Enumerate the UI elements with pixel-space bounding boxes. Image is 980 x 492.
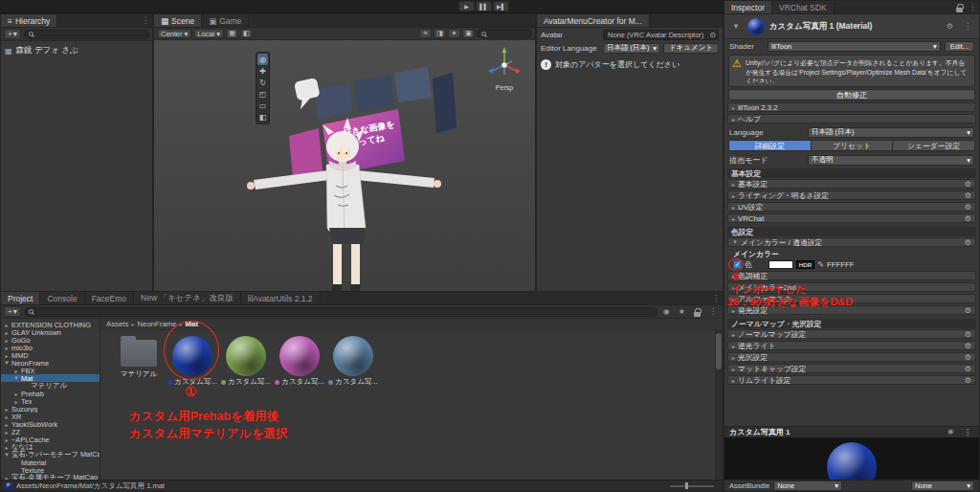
chevron-right-icon[interactable]: ▸ bbox=[4, 322, 10, 328]
gear-icon[interactable]: ⚙ bbox=[965, 191, 971, 200]
chevron-right-icon[interactable]: ▸ bbox=[4, 421, 10, 428]
tab-faceemo[interactable]: FaceEmo bbox=[85, 292, 134, 304]
asset-material-custom-pink[interactable]: カスタム写... bbox=[275, 332, 324, 387]
view-tool-icon[interactable]: ◎ bbox=[257, 54, 268, 65]
gear-icon[interactable]: ⚙ bbox=[965, 376, 971, 385]
chevron-right-icon[interactable]: ▸ bbox=[4, 352, 10, 359]
vertical-scrollbar[interactable] bbox=[715, 330, 723, 480]
tree-item[interactable]: ▸GoGo bbox=[1, 336, 100, 344]
object-picker-icon[interactable]: ⊙ bbox=[710, 31, 716, 39]
rect-tool-icon[interactable]: ▭ bbox=[257, 100, 268, 111]
foldout-help[interactable]: ▸ ヘルプ bbox=[727, 114, 976, 123]
create-object-button[interactable]: + ▾ bbox=[4, 29, 21, 39]
asset-material-custom-steel[interactable]: カスタム写... bbox=[328, 332, 378, 387]
chevron-right-icon[interactable]: ▸ bbox=[13, 368, 19, 374]
tree-item[interactable]: ▼NeonFrame bbox=[1, 359, 100, 367]
tree-item[interactable]: ▸YaokiSubWork bbox=[1, 420, 100, 428]
gear-icon[interactable]: ⚙ bbox=[965, 203, 971, 212]
language-dropdown[interactable]: 日本語 (日本) ▾ bbox=[808, 127, 974, 138]
foldout-rimlight[interactable]: ▸ リムライト設定 ⚙ bbox=[727, 375, 976, 385]
gear-icon[interactable]: ⚙ bbox=[965, 306, 971, 315]
foldout-matcap[interactable]: ▸ マットキャップ設定 ⚙ bbox=[727, 364, 976, 373]
material-preview-area[interactable] bbox=[724, 437, 979, 480]
project-search-input[interactable] bbox=[24, 307, 657, 317]
editor-language-dropdown[interactable]: 日本語 (日本) ▾ bbox=[603, 43, 660, 54]
transform-tool-icon[interactable]: ◧ bbox=[257, 111, 268, 123]
foldout-main-color[interactable]: ▼ メインカラー / 透過設定 ⚙ bbox=[727, 237, 976, 247]
orientation-gizmo[interactable]: Persp bbox=[488, 47, 521, 92]
color-swatch[interactable] bbox=[768, 260, 793, 269]
chevron-right-icon[interactable]: ▸ bbox=[4, 337, 10, 344]
move-tool-icon[interactable]: ✚ bbox=[257, 65, 268, 77]
snap-toggle-icon[interactable]: ◧ bbox=[240, 29, 253, 38]
tree-item[interactable]: ▸XR bbox=[1, 413, 100, 420]
breadcrumb-neonframe[interactable]: NeonFrame bbox=[137, 320, 176, 328]
eye-icon[interactable]: ◉ bbox=[660, 307, 673, 316]
tree-item[interactable]: ▸EXTENSION CLOTHING bbox=[1, 321, 100, 328]
tree-item[interactable]: ▸ZZ bbox=[1, 428, 100, 436]
tree-item[interactable]: ▼宝石-ラバーモチーフ MatCap bbox=[1, 451, 100, 458]
eyedropper-icon[interactable]: ✎ bbox=[817, 260, 824, 269]
kebab-menu-icon[interactable]: ⋮ bbox=[709, 292, 723, 304]
scale-tool-icon[interactable]: ◰ bbox=[257, 88, 268, 100]
chevron-down-icon[interactable]: ▼ bbox=[4, 360, 10, 366]
pause-button[interactable]: ▌▌ bbox=[476, 1, 492, 11]
tree-item[interactable]: ▸MMD bbox=[1, 351, 100, 359]
documentation-button[interactable]: ドキュメント bbox=[663, 43, 719, 54]
color-enabled-checkbox[interactable]: ✓ bbox=[733, 260, 742, 269]
tab-inspector[interactable]: Inspector bbox=[724, 1, 772, 13]
tab-avatar-menu-creator[interactable]: AvatarMenuCreator for M... bbox=[537, 14, 650, 27]
tree-item[interactable]: Texture bbox=[1, 466, 100, 474]
lock-icon[interactable] bbox=[691, 307, 703, 317]
scene-audio-toggle[interactable]: ◨ bbox=[434, 29, 446, 38]
tree-item[interactable]: ▸ななは bbox=[1, 443, 100, 451]
asset-material-custom-blue[interactable]: カスタム写... bbox=[167, 332, 217, 387]
hierarchy-search-input[interactable] bbox=[24, 30, 149, 39]
tab-shader-settings[interactable]: シェーダー設定 bbox=[893, 141, 974, 150]
scene-viewport[interactable]: 好きな画像を 貼ってね bbox=[154, 40, 535, 292]
shader-dropdown[interactable]: lilToon ▾ bbox=[768, 41, 941, 52]
foldout-uv[interactable]: ▸ UV設定 ⚙ bbox=[727, 202, 976, 212]
tab-scene[interactable]: ▦ Scene bbox=[154, 14, 202, 27]
chevron-right-icon[interactable]: ▸ bbox=[4, 406, 10, 413]
hierarchy-item-scene[interactable]: ▦ 森鏡 デフォ さぶ bbox=[1, 45, 152, 56]
gear-icon[interactable]: ⚙ bbox=[965, 365, 971, 373]
foldout-main-color-2nd[interactable]: ▸ メインカラー2nd bbox=[727, 282, 976, 292]
tree-item[interactable]: Material bbox=[1, 458, 100, 466]
tree-item[interactable]: ▸FBX bbox=[1, 367, 100, 374]
autofix-button[interactable]: 自動修正 bbox=[728, 89, 975, 101]
gear-icon[interactable]: ⚙ bbox=[965, 330, 971, 339]
assetbundle-dropdown-1[interactable]: None ▾ bbox=[773, 481, 842, 491]
chevron-right-icon[interactable]: ▸ bbox=[4, 429, 10, 436]
pivot-mode-dropdown[interactable]: Center ▾ bbox=[157, 29, 191, 38]
tab-kisetene[interactable]: New 「キセテネ」改良版 bbox=[134, 292, 241, 304]
foldout-normal-map[interactable]: ▸ ノーマルマップ設定 ⚙ bbox=[727, 329, 976, 339]
kebab-menu-icon[interactable]: ⋮ bbox=[966, 1, 979, 13]
tree-item[interactable]: ▸Suzuryg bbox=[1, 405, 100, 413]
star-icon[interactable]: ★ bbox=[676, 307, 688, 316]
rotate-tool-icon[interactable]: ↻ bbox=[257, 77, 268, 88]
scene-lighting-toggle[interactable]: ☀ bbox=[419, 29, 432, 38]
gear-icon[interactable]: ⚙ bbox=[965, 214, 971, 223]
tab-lilavatarutils[interactable]: lilAvatarUtils 2.1.2 bbox=[241, 292, 321, 304]
play-button[interactable]: ▶ bbox=[458, 1, 475, 11]
foldout-backlight[interactable]: ▸ 逆光ライト ⚙ bbox=[727, 341, 976, 350]
chevron-right-icon[interactable]: ▸ bbox=[4, 329, 10, 336]
create-asset-button[interactable]: + ▾ bbox=[4, 306, 21, 317]
tab-console[interactable]: Console bbox=[40, 292, 84, 304]
gear-icon[interactable]: ⚙ bbox=[944, 22, 956, 31]
tree-item[interactable]: ▸Tex bbox=[1, 397, 100, 405]
chevron-down-icon[interactable]: ▼ bbox=[729, 22, 743, 31]
foldout-emission[interactable]: ▸ 発光設定 ⚙ bbox=[727, 305, 976, 315]
foldout-alpha-mask[interactable]: ▸ アルファマスク bbox=[727, 294, 976, 303]
asset-material-custom-green[interactable]: カスタム写... bbox=[221, 332, 271, 387]
gear-icon[interactable]: ⚙ bbox=[965, 342, 971, 350]
scene-effects-toggle[interactable]: ✦ bbox=[448, 29, 460, 38]
kebab-menu-icon[interactable]: ⋮ bbox=[961, 22, 974, 31]
foldout-vrchat[interactable]: ▸ VRChat ⚙ bbox=[727, 213, 976, 223]
tree-item[interactable]: マテリアル bbox=[1, 382, 100, 390]
chevron-right-icon[interactable]: ▸ bbox=[4, 414, 10, 420]
tab-vrchat-sdk[interactable]: VRChat SDK bbox=[772, 1, 835, 13]
tab-project[interactable]: Project bbox=[1, 292, 40, 304]
tree-item[interactable]: ▸Prehab bbox=[1, 390, 100, 397]
